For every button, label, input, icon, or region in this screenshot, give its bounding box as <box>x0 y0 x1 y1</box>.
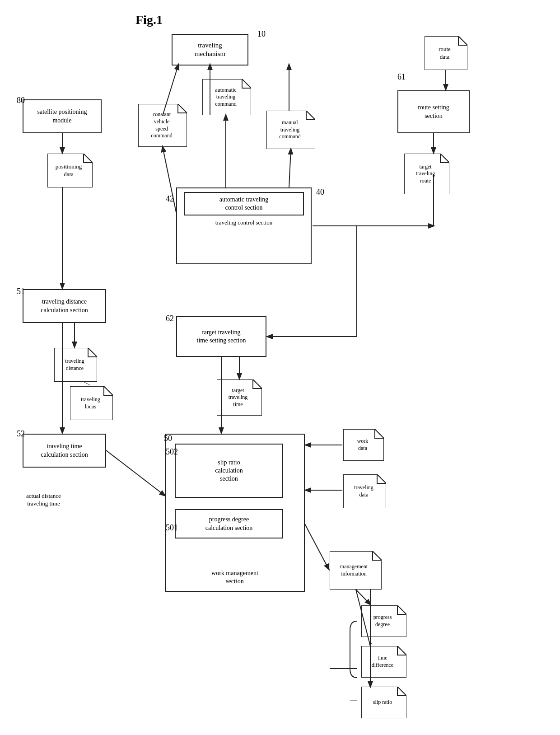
label-10: 10 <box>257 29 266 39</box>
box-route-setting: route settingsection <box>397 90 470 133</box>
label-42: 42 <box>166 194 174 204</box>
box-target-traveling-time: target travelingtime setting section <box>176 316 266 357</box>
doc-target-traveling-route: targettravelingroute <box>404 154 449 194</box>
doc-traveling-locus: travelinglocus <box>70 386 113 420</box>
fig-title: Fig.1 <box>135 13 163 27</box>
box-traveling-control: automatic travelingcontrol section trave… <box>176 187 312 264</box>
box-traveling-distance-calc: traveling distancecalculation section <box>23 289 106 323</box>
label-80: 80 <box>17 96 25 105</box>
doc-positioning-data: positioningdata <box>47 154 93 187</box>
label-52: 52 <box>17 429 25 439</box>
box-satellite-positioning: satellite positioningmodule <box>23 99 102 133</box>
doc-constant-speed: constantvehiclespeedcommand <box>138 104 187 147</box>
svg-line-28 <box>84 382 90 385</box>
doc-work-data: workdata <box>343 429 384 461</box>
svg-line-37 <box>106 450 165 496</box>
doc-time-difference: timedifference <box>361 646 406 678</box>
doc-slip-ratio: slip ratio <box>361 687 406 718</box>
label-502: 502 <box>166 447 178 457</box>
svg-line-38 <box>305 524 329 569</box>
doc-progress-degree: progressdegree <box>361 605 406 637</box>
label-40: 40 <box>316 187 324 197</box>
doc-traveling-distance: travelingdistance <box>54 348 97 382</box>
label-501: 501 <box>166 523 178 533</box>
svg-line-25 <box>289 149 291 187</box>
label-61: 61 <box>397 72 406 82</box>
label-actual-distance: actual distancetraveling time <box>26 492 61 508</box>
doc-manual-traveling-command: manualtravelingcommand <box>266 111 315 149</box>
box-work-management: slip ratiocalculationsection progress de… <box>165 434 305 592</box>
diagram: Fig.1 travelingmechanism automatictravel… <box>0 0 560 735</box>
doc-target-traveling-time: targettravelingtime <box>217 379 262 416</box>
box-slip-ratio-calc: slip ratiocalculationsection <box>175 444 283 498</box>
doc-route-data: routedata <box>425 36 467 70</box>
svg-line-39 <box>356 590 370 604</box>
label-50: 50 <box>164 434 172 443</box>
label-62: 62 <box>166 314 174 323</box>
box-traveling-time-calc: traveling timecalculation section <box>23 434 106 468</box>
doc-management-information: managementinformation <box>330 551 382 590</box>
doc-traveling-data: travelingdata <box>343 474 386 508</box>
label-51: 51 <box>17 287 25 296</box>
box-progress-degree-calc: progress degreecalculation section <box>175 509 283 538</box>
box-traveling-mechanism: travelingmechanism <box>172 34 248 66</box>
doc-auto-traveling-command: automatictravelingcommand <box>202 79 251 115</box>
